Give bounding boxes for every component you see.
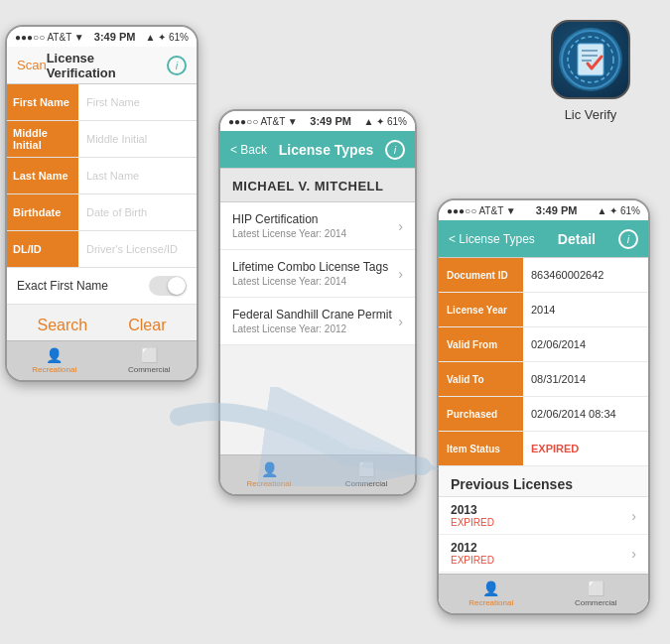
middle-initial-label: Middle Initial: [7, 121, 78, 157]
detail-value-licenseyear: 2014: [523, 300, 648, 320]
app-icon[interactable]: [551, 20, 630, 99]
status-bar-3: ●●●○○ AT&T ▼ 3:49 PM ▲ ✦ 61%: [439, 200, 648, 220]
dlid-input[interactable]: Driver's License/ID: [78, 239, 197, 259]
carrier-3: ●●●○○ AT&T ▼: [447, 205, 516, 216]
detail-row-validfrom: Valid From 02/06/2014: [439, 327, 648, 362]
info-button-3[interactable]: i: [618, 229, 638, 249]
search-button[interactable]: Search: [38, 317, 88, 334]
app-icon-container: Lic Verify: [551, 20, 630, 122]
nav-bar-1: Scan License Verification i: [7, 47, 197, 84]
detail-label-validto: Valid To: [439, 362, 523, 396]
exact-first-name-row: Exact First Name: [7, 268, 197, 305]
detail-row-licenseyear: License Year 2014: [439, 293, 648, 327]
carrier-2: ●●●○○ AT&T ▼: [228, 116, 298, 127]
info-button-1[interactable]: i: [167, 56, 187, 75]
search-form: First Name First Name Middle Initial Mid…: [7, 84, 197, 268]
chevron-2013: ›: [631, 508, 636, 524]
license-name-lifetime: Lifetime Combo License Tags: [232, 260, 398, 274]
detail-row-validto: Valid To 08/31/2014: [439, 362, 648, 397]
birthdate-input[interactable]: Date of Birth: [78, 202, 197, 222]
detail-label-licenseyear: License Year: [439, 293, 523, 326]
license-info-hip: HIP Certification Latest License Year: 2…: [232, 212, 398, 239]
license-sub-lifetime: Latest License Year: 2014: [232, 276, 398, 287]
status-bar-2: ●●●○○ AT&T ▼ 3:49 PM ▲ ✦ 61%: [220, 111, 415, 131]
nav-title-3: Detail: [558, 231, 596, 247]
last-name-label: Last Name: [7, 158, 78, 193]
tab-commercial-1[interactable]: ⬜ Commercial: [102, 341, 198, 380]
scan-button[interactable]: Scan: [17, 58, 47, 72]
recreational-icon-3: 👤: [482, 580, 499, 596]
app-icon-svg: [560, 29, 621, 90]
prev-item-2012-info: 2012 EXPIRED: [451, 541, 494, 566]
flow-arrow: [169, 387, 447, 486]
first-name-input[interactable]: First Name: [78, 92, 197, 112]
tab-commercial-label-3: Commercial: [575, 598, 617, 607]
detail-value-validto: 08/31/2014: [523, 369, 648, 389]
back-button-2[interactable]: < Back: [230, 143, 267, 157]
dlid-row: DL/ID Driver's License/ID: [7, 231, 197, 268]
prev-item-2012[interactable]: 2012 EXPIRED ›: [439, 535, 648, 573]
nav-title-1: License Verification: [47, 51, 167, 80]
tab-commercial-3[interactable]: ⬜ Commercial: [544, 575, 649, 613]
license-name-hip: HIP Certification: [232, 212, 398, 226]
tab-recreational-label-3: Recreational: [469, 598, 513, 607]
tab-commercial-label-1: Commercial: [128, 365, 171, 374]
last-name-input[interactable]: Last Name: [78, 166, 197, 186]
tab-recreational-label-1: Recreational: [32, 365, 76, 374]
clear-button[interactable]: Clear: [128, 317, 166, 334]
commercial-icon-1: ⬜: [141, 347, 158, 363]
middle-initial-input[interactable]: Middle Initial: [78, 129, 197, 149]
tab-recreational-1[interactable]: 👤 Recreational: [7, 341, 102, 380]
license-sub-crane: Latest License Year: 2012: [232, 323, 398, 334]
license-list: HIP Certification Latest License Year: 2…: [220, 202, 415, 345]
chevron-crane: ›: [398, 314, 403, 329]
tab-recreational-3[interactable]: 👤 Recreational: [439, 575, 544, 613]
person-name-bar: MICHAEL V. MITCHELL: [220, 169, 415, 202]
recreational-icon-1: 👤: [46, 347, 63, 363]
toggle-knob: [168, 277, 186, 295]
prev-year-2012: 2012: [451, 541, 494, 555]
time-2: 3:49 PM: [310, 115, 351, 127]
detail-row-itemstatus: Item Status EXPIRED: [439, 432, 648, 466]
status-bar-1: ●●●○○ AT&T ▼ 3:49 PM ▲ ✦ 61%: [7, 27, 197, 47]
status-icons-2: ▲ ✦ 61%: [364, 116, 407, 127]
carrier-1: ●●●○○ AT&T ▼: [15, 32, 84, 43]
first-name-row: First Name First Name: [7, 84, 197, 121]
license-item-hip[interactable]: HIP Certification Latest License Year: 2…: [220, 202, 415, 250]
nav-title-2: License Types: [279, 142, 373, 158]
dlid-label: DL/ID: [7, 231, 78, 267]
tab-bar-1: 👤 Recreational ⬜ Commercial: [7, 340, 197, 380]
license-name-crane: Federal Sandhill Crane Permit: [232, 308, 398, 322]
prev-item-2013[interactable]: 2013 EXPIRED ›: [439, 497, 648, 535]
detail-label-itemstatus: Item Status: [439, 432, 523, 465]
exact-first-name-label: Exact First Name: [17, 279, 108, 293]
person-name: MICHAEL V. MITCHELL: [232, 179, 403, 193]
back-button-3[interactable]: < License Types: [449, 232, 535, 246]
phone-3: ●●●○○ AT&T ▼ 3:49 PM ▲ ✦ 61% < License T…: [437, 198, 650, 615]
status-icons-1: ▲ ✦ 61%: [146, 32, 189, 43]
exact-first-name-toggle[interactable]: [149, 276, 187, 296]
info-button-2[interactable]: i: [385, 140, 405, 160]
detail-value-itemstatus: EXPIRED: [523, 439, 648, 458]
detail-rows: Document ID 863460002642 License Year 20…: [439, 258, 648, 466]
nav-bar-3: < License Types Detail i: [439, 220, 648, 258]
prev-year-2013: 2013: [451, 503, 494, 517]
prev-status-2012: EXPIRED: [451, 555, 494, 566]
license-info-lifetime: Lifetime Combo License Tags Latest Licen…: [232, 260, 398, 287]
prev-status-2013: EXPIRED: [451, 517, 494, 528]
license-item-crane[interactable]: Federal Sandhill Crane Permit Latest Lic…: [220, 298, 415, 345]
tab-bar-3: 👤 Recreational ⬜ Commercial: [439, 574, 648, 613]
chevron-2012: ›: [631, 546, 636, 562]
middle-initial-row: Middle Initial Middle Initial: [7, 121, 197, 158]
chevron-hip: ›: [398, 218, 403, 234]
status-icons-3: ▲ ✦ 61%: [598, 205, 640, 216]
detail-label-validfrom: Valid From: [439, 327, 523, 361]
last-name-row: Last Name Last Name: [7, 158, 197, 194]
commercial-icon-3: ⬜: [588, 580, 604, 596]
app-label: Lic Verify: [565, 107, 617, 122]
detail-label-docid: Document ID: [439, 258, 523, 292]
app-icon-inner: [559, 28, 622, 91]
license-item-lifetime[interactable]: Lifetime Combo License Tags Latest Licen…: [220, 250, 415, 298]
nav-bar-2: < Back License Types i: [220, 131, 415, 169]
detail-row-docid: Document ID 863460002642: [439, 258, 648, 293]
